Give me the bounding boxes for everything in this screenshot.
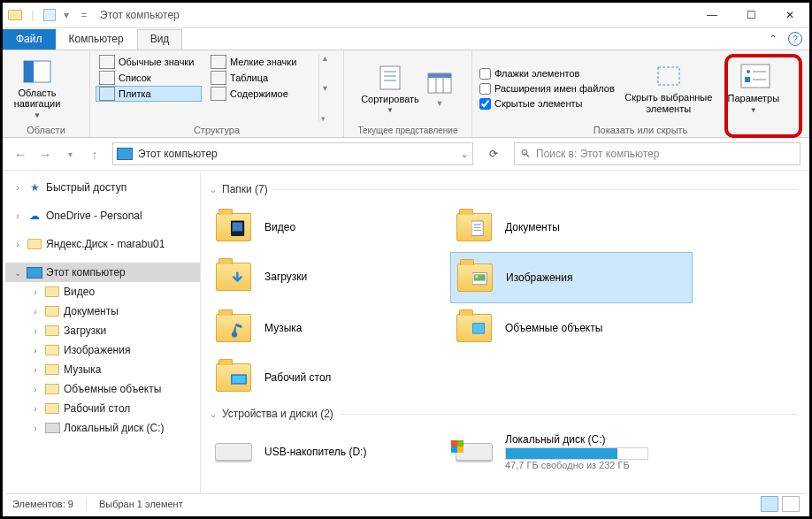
hide-selected-button[interactable]: Скрыть выбранные элементы: [622, 54, 716, 123]
layout-gallery-col1: Обычные значки Список Плитка: [96, 54, 202, 123]
options-button[interactable]: Параметры ▼: [721, 54, 786, 123]
tree-item[interactable]: ›Документы: [23, 301, 200, 321]
address-dropdown-icon[interactable]: ⌄: [460, 148, 469, 160]
up-button[interactable]: ↑: [86, 147, 103, 162]
layout-table[interactable]: Таблица: [207, 70, 313, 86]
layout-content[interactable]: Содержимое: [207, 86, 313, 102]
scroll-up-icon[interactable]: ▲: [321, 54, 329, 63]
svg-rect-32: [457, 446, 463, 453]
folder-item[interactable]: Музыка: [210, 303, 450, 353]
drive-item[interactable]: Локальный диск (C:)47,7 ГБ свободно из 2…: [450, 427, 691, 477]
tree-this-pc[interactable]: ⌄Этот компьютер: [5, 263, 200, 282]
tree-yadisk[interactable]: ›Яндекс.Диск - marabu01: [5, 234, 200, 254]
search-box[interactable]: 🔍︎ Поиск в: Этот компьютер: [514, 142, 801, 165]
section-drives[interactable]: ⌄Устройства и диски (2): [210, 408, 798, 420]
more-icon[interactable]: ▾: [321, 114, 329, 123]
cloud-icon: ☁: [27, 209, 42, 223]
hide-label: Скрыть выбранные элементы: [622, 92, 716, 114]
nav-pane-icon: [23, 57, 51, 86]
window-title: Этот компьютер: [100, 9, 180, 21]
tree-item[interactable]: ›Музыка: [23, 360, 200, 379]
close-button[interactable]: ✕: [770, 3, 809, 27]
drive-sub: 47,7 ГБ свободно из 232 ГБ: [505, 460, 648, 470]
star-icon: ★: [27, 180, 42, 195]
tab-file[interactable]: Файл: [3, 29, 56, 50]
tree-item[interactable]: ›Рабочий стол: [23, 399, 200, 418]
expand-icon[interactable]: ›: [12, 183, 23, 193]
qat-customize[interactable]: =: [77, 8, 91, 22]
folder-item[interactable]: Видео: [210, 202, 450, 252]
item-label: Документы: [505, 221, 560, 233]
collapse-ribbon-icon[interactable]: ⌃: [767, 33, 779, 45]
forward-button[interactable]: →: [36, 147, 54, 162]
tree-onedrive[interactable]: ›☁OneDrive - Personal: [5, 206, 200, 225]
recent-dropdown[interactable]: ▾: [61, 149, 79, 159]
dropdown-icon: ▼: [34, 111, 41, 119]
folder-item[interactable]: Документы: [450, 202, 691, 252]
tree-item[interactable]: ›Локальный диск (C:): [23, 418, 200, 438]
expand-icon[interactable]: ›: [12, 211, 23, 221]
svg-rect-31: [451, 446, 457, 453]
expand-icon[interactable]: ›: [30, 404, 41, 414]
svg-rect-23: [474, 274, 486, 280]
breadcrumb[interactable]: Этот компьютер: [138, 148, 218, 160]
section-folders[interactable]: ⌄Папки (7): [210, 183, 798, 195]
folder-icon: [456, 259, 494, 296]
collapse-icon[interactable]: ⌄: [12, 268, 23, 278]
options-label: Параметры: [727, 93, 779, 104]
check-extensions[interactable]: Расширения имен файлов: [478, 82, 617, 95]
check-hidden[interactable]: Скрытые элементы: [478, 97, 617, 111]
refresh-button[interactable]: ⟳: [482, 142, 505, 165]
layout-list[interactable]: Список: [96, 70, 202, 86]
details-view-icon[interactable]: [761, 496, 778, 512]
tab-view[interactable]: Вид: [137, 29, 183, 50]
qat-dropdown-icon[interactable]: ▾: [59, 8, 73, 22]
status-bar: Элементов: 9 Выбран 1 элемент: [5, 493, 807, 514]
layout-small[interactable]: Мелкие значки: [207, 54, 313, 70]
sort-button[interactable]: Сортировать ▼: [361, 54, 419, 124]
navigation-pane-button[interactable]: Область навигации ▼: [8, 54, 66, 123]
minimize-button[interactable]: —: [693, 3, 732, 27]
search-placeholder: Поиск в: Этот компьютер: [536, 148, 659, 160]
folder-item[interactable]: Загрузки: [210, 252, 450, 301]
columns-button[interactable]: ▼: [425, 54, 455, 124]
folder-item[interactable]: Изображения: [450, 252, 693, 303]
back-button[interactable]: ←: [11, 147, 29, 162]
folder-item[interactable]: Рабочий стол: [210, 353, 450, 402]
small-icon: [211, 55, 226, 69]
address-box[interactable]: Этот компьютер ⌄: [112, 142, 473, 165]
properties-icon[interactable]: [43, 9, 56, 21]
checkbox[interactable]: [479, 68, 491, 80]
layout-tiles[interactable]: Плитка: [96, 86, 202, 102]
large-icons-view-icon[interactable]: [782, 496, 800, 512]
checkbox[interactable]: [479, 83, 491, 95]
expand-icon[interactable]: ›: [30, 365, 41, 375]
expand-icon[interactable]: ›: [30, 424, 41, 433]
tree-item[interactable]: ›Объемные объекты: [23, 379, 200, 399]
maximize-button[interactable]: ☐: [732, 3, 770, 27]
help-icon[interactable]: ?: [788, 32, 802, 46]
expand-icon[interactable]: ›: [30, 346, 41, 355]
check-item-boxes[interactable]: Флажки элементов: [478, 67, 617, 80]
tree-item[interactable]: ›Изображения: [23, 340, 200, 360]
history-buttons: ← → ▾ ↑: [11, 147, 103, 162]
expand-icon[interactable]: ›: [12, 240, 23, 249]
expand-icon[interactable]: ›: [30, 385, 41, 394]
checkbox[interactable]: [479, 98, 491, 110]
tree-item[interactable]: ›Загрузки: [23, 321, 200, 340]
ribbon-group-layout: Обычные значки Список Плитка Мелкие знач…: [90, 50, 344, 137]
tree-quick-access[interactable]: ›★Быстрый доступ: [5, 178, 200, 197]
expand-icon[interactable]: ›: [30, 326, 41, 336]
layout-normal[interactable]: Обычные значки: [96, 54, 202, 70]
folder-item[interactable]: Объемные объекты: [450, 303, 691, 353]
layout-more[interactable]: ▲ ▼ ▾: [318, 54, 331, 123]
expand-icon[interactable]: ›: [30, 307, 41, 317]
tree-label: Объемные объекты: [64, 383, 161, 395]
drive-item[interactable]: USB-накопитель (D:): [210, 427, 450, 477]
scroll-down-icon[interactable]: ▼: [321, 84, 329, 93]
tab-computer[interactable]: Компьютер: [56, 29, 137, 50]
chevron-down-icon: ⌄: [210, 409, 217, 419]
yadisk-icon: [27, 237, 42, 251]
expand-icon[interactable]: ›: [30, 287, 41, 297]
tree-item[interactable]: ›Видео: [23, 282, 200, 301]
